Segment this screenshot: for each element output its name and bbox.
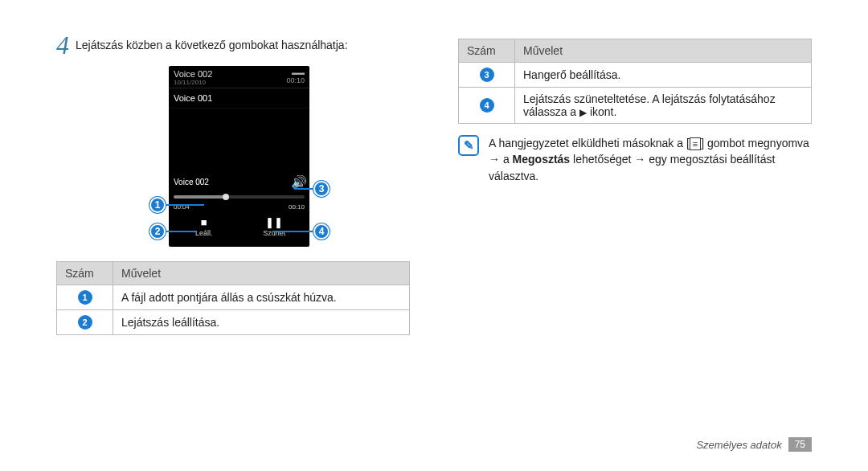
- table-row: 4 Lejátszás szüneteltetése. A lejátszás …: [459, 88, 812, 124]
- page-number: 75: [788, 437, 812, 452]
- callout-3: 3: [313, 181, 330, 197]
- page-footer: Személyes adatok 75: [696, 437, 812, 452]
- step-4: 4 Lejátszás közben a következő gombokat …: [56, 32, 410, 58]
- callout-2: 2: [149, 223, 166, 240]
- row-op: Hangerő beállítása.: [515, 63, 812, 88]
- play-icon: ▶: [579, 107, 587, 118]
- current-filename: Voice 002: [174, 69, 212, 79]
- time-total: 00:10: [289, 203, 305, 211]
- row-op: Lejátszás szüneteltetése. A lejátszás fo…: [515, 88, 812, 124]
- now-playing-row: Voice 002 🔊: [169, 173, 309, 190]
- callout-1: 1: [149, 197, 166, 213]
- page: 4 Lejátszás közben a következő gombokat …: [0, 0, 868, 471]
- stop-icon: ■: [169, 217, 240, 227]
- note-icon: ✎: [458, 135, 479, 156]
- row-op: Lejátszás leállítása.: [113, 310, 410, 335]
- step-number: 4: [56, 32, 69, 58]
- row-op: A fájl adott pontjára állás a csúszkát h…: [113, 285, 410, 310]
- file-list: Voice 001: [169, 88, 309, 109]
- phone-frame: Voice 002 10/11/2010 ▬▬ 00:10 Voice 001 …: [169, 66, 309, 247]
- current-date: 10/11/2010: [174, 79, 212, 86]
- callout-line-2: [164, 231, 196, 232]
- col-header-num: Szám: [459, 39, 515, 63]
- col-header-op: Művelet: [515, 39, 812, 63]
- table-row: 3 Hangerő beállítása.: [459, 63, 812, 88]
- note-box: ✎ A hangjegyzetet elküldheti másoknak a …: [458, 135, 812, 184]
- phone-screenshot: Voice 002 10/11/2010 ▬▬ 00:10 Voice 001 …: [153, 66, 313, 247]
- table-row: 1 A fájl adott pontjára állás a csúszkát…: [57, 285, 410, 310]
- pause-icon: ❚❚: [240, 217, 310, 227]
- menu-icon: ≡: [690, 137, 701, 150]
- callout-line-4: [273, 231, 318, 232]
- current-duration: 00:10: [286, 76, 305, 84]
- operations-table-right: Szám Művelet 3 Hangerő beállítása. 4 Lej…: [458, 39, 812, 124]
- right-column: Szám Művelet 3 Hangerő beállítása. 4 Lej…: [458, 32, 812, 471]
- col-header-op: Művelet: [113, 262, 410, 285]
- row-num: 4: [480, 98, 494, 113]
- col-header-num: Szám: [57, 262, 113, 285]
- callout-line-1: [164, 204, 204, 206]
- step-text: Lejátszás közben a következő gombokat ha…: [76, 32, 348, 51]
- volume-icon: 🔊: [293, 176, 305, 187]
- row-num: 3: [480, 68, 494, 82]
- stop-button: ■ Leáll.: [169, 215, 240, 239]
- table-row: 2 Lejátszás leállítása.: [57, 310, 410, 335]
- row-num: 1: [78, 290, 92, 305]
- left-column: 4 Lejátszás közben a következő gombokat …: [56, 32, 410, 471]
- operations-table-left: Szám Művelet 1 A fájl adott pontjára áll…: [56, 261, 410, 335]
- row-num: 2: [78, 315, 92, 330]
- now-playing-label: Voice 002: [174, 178, 209, 186]
- pause-button: ❚❚ Szünet: [240, 215, 310, 239]
- note-text: A hangjegyzetet elküldheti másoknak a [≡…: [489, 135, 812, 184]
- stop-label: Leáll.: [195, 229, 213, 237]
- player-buttons: ■ Leáll. ❚❚ Szünet: [169, 214, 309, 244]
- callout-4: 4: [313, 223, 330, 240]
- list-item: Voice 001: [169, 88, 309, 109]
- phone-titlebar: Voice 002 10/11/2010 ▬▬ 00:10: [169, 66, 309, 88]
- progress-slider: [169, 190, 309, 203]
- section-label: Személyes adatok: [696, 439, 781, 451]
